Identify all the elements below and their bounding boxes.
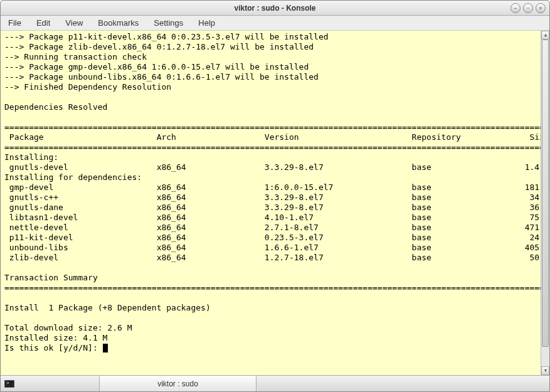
menu-view[interactable]: View bbox=[63, 17, 85, 29]
menu-edit[interactable]: Edit bbox=[34, 17, 53, 29]
scroll-up-button[interactable]: ▴ bbox=[541, 31, 549, 40]
menubar: File Edit View Bookmarks Settings Help bbox=[1, 16, 549, 31]
terminal-area: ---> Package p11-kit-devel.x86_64 0:0.23… bbox=[1, 31, 549, 375]
terminal[interactable]: ---> Package p11-kit-devel.x86_64 0:0.23… bbox=[1, 31, 541, 375]
scroll-track[interactable] bbox=[541, 40, 549, 366]
konsole-window: viktor : sudo - Konsole – ◦ × File Edit … bbox=[0, 0, 550, 392]
scroll-thumb[interactable] bbox=[542, 40, 549, 347]
menu-settings[interactable]: Settings bbox=[151, 17, 186, 29]
taskbar-tab-label: viktor : sudo bbox=[157, 379, 198, 388]
menu-help[interactable]: Help bbox=[196, 17, 218, 29]
minimize-button[interactable]: – bbox=[510, 3, 521, 13]
titlebar[interactable]: viktor : sudo - Konsole – ◦ × bbox=[1, 1, 549, 16]
scrollbar[interactable]: ▴ ▾ bbox=[541, 31, 549, 375]
maximize-button[interactable]: ◦ bbox=[523, 3, 533, 13]
scroll-down-button[interactable]: ▾ bbox=[541, 366, 549, 375]
window-controls: – ◦ × bbox=[510, 3, 546, 13]
taskbar: viktor : sudo bbox=[1, 375, 549, 391]
cursor bbox=[103, 344, 108, 352]
window-title: viktor : sudo - Konsole bbox=[234, 4, 315, 13]
taskbar-tab[interactable]: viktor : sudo bbox=[100, 376, 256, 391]
close-button[interactable]: × bbox=[536, 3, 546, 13]
taskbar-launcher[interactable] bbox=[1, 376, 100, 391]
terminal-icon bbox=[4, 380, 14, 388]
menu-file[interactable]: File bbox=[6, 17, 24, 29]
menu-bookmarks[interactable]: Bookmarks bbox=[95, 17, 141, 29]
